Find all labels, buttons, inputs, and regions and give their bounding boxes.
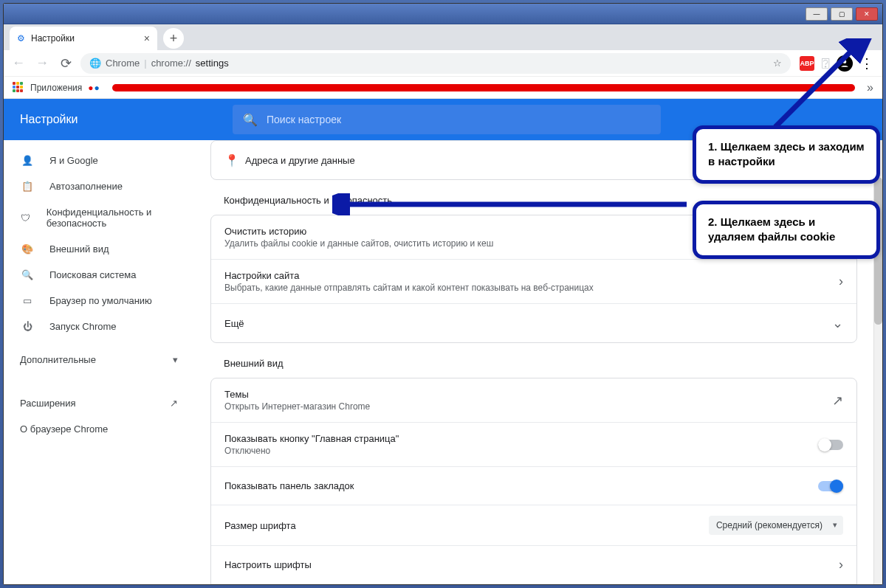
- row-subtitle: Отключено: [224, 446, 818, 456]
- search-icon: 🔍: [20, 269, 35, 280]
- redacted-bookmark-bar: [112, 84, 855, 91]
- svg-point-0: [843, 60, 847, 63]
- sidebar-item-label: Браузер по умолчанию: [49, 295, 152, 306]
- apps-icon[interactable]: [13, 82, 24, 94]
- tab-strip: ⚙ Настройки × +: [4, 24, 882, 50]
- tab-title: Настройки: [31, 33, 75, 44]
- url-scheme: chrome://: [151, 58, 191, 69]
- row-site-settings[interactable]: Настройки сайта Выбрать, какие данные от…: [211, 260, 856, 304]
- sidebar-item-extensions[interactable]: Расширения↗: [4, 390, 194, 416]
- close-button[interactable]: ✕: [856, 7, 878, 21]
- forward-button[interactable]: →: [33, 55, 51, 72]
- sidebar-item-label: Я и Google: [49, 155, 98, 166]
- globe-icon: 🌐: [89, 58, 101, 69]
- row-title: Показывать панель закладок: [224, 480, 818, 491]
- chevron-down-icon: ▾: [173, 354, 178, 365]
- sidebar-item-about[interactable]: О браузере Chrome: [4, 416, 194, 442]
- url-path: settings: [196, 58, 229, 69]
- sidebar-item-label: Внешний вид: [49, 243, 109, 255]
- open-external-icon: ↗: [170, 398, 178, 409]
- sidebar-item-autofill[interactable]: 📋Автозаполнение: [4, 173, 194, 199]
- minimize-button[interactable]: —: [806, 7, 828, 21]
- sidebar-item-label: Конфиденциальность и безопасность: [47, 207, 178, 229]
- bookmark-star-icon[interactable]: ☆: [773, 58, 782, 69]
- row-title: Настроить шрифты: [224, 559, 839, 570]
- sidebar-item-label: Запуск Chrome: [49, 321, 117, 332]
- chevron-right-icon: ›: [839, 274, 843, 289]
- sidebar-item-default-browser[interactable]: ▭Браузер по умолчанию: [4, 288, 194, 314]
- sidebar-item-appearance[interactable]: 🎨Внешний вид: [4, 236, 194, 262]
- browser-icon: ▭: [20, 295, 35, 306]
- row-subtitle: Открыть Интернет-магазин Chrome: [224, 401, 832, 412]
- sidebar-item-label: Поисковая система: [49, 269, 137, 280]
- sidebar-item-search[interactable]: 🔍Поисковая система: [4, 262, 194, 288]
- sidebar-item-advanced[interactable]: Дополнительные▾: [4, 347, 194, 373]
- new-tab-button[interactable]: +: [163, 28, 184, 49]
- settings-sidebar: 👤Я и Google 📋Автозаполнение 🛡Конфиденциа…: [4, 140, 194, 584]
- person-icon: 👤: [20, 155, 35, 166]
- settings-search-input[interactable]: [267, 114, 650, 125]
- row-title: Показывать кнопку "Главная страница": [224, 433, 818, 444]
- chevron-down-icon: ⌄: [832, 315, 843, 331]
- reload-button[interactable]: ⟳: [57, 55, 75, 72]
- sidebar-item-label: Дополнительные: [20, 354, 96, 365]
- shield-icon: 🛡: [20, 212, 32, 224]
- settings-search[interactable]: 🔍: [233, 105, 661, 134]
- tab-close-icon[interactable]: ×: [144, 32, 150, 44]
- callout-text: 2. Щелкаем здесь и удаляем файлы cookie: [708, 215, 835, 243]
- toggle-bookmarks-bar[interactable]: [818, 481, 843, 491]
- sidebar-item-startup[interactable]: ⏻Запуск Chrome: [4, 314, 194, 339]
- row-themes[interactable]: Темы Открыть Интернет-магазин Chrome ↗: [211, 378, 856, 423]
- row-title: Размер шрифта: [224, 520, 709, 531]
- callout-step-2: 2. Щелкаем здесь и удаляем файлы cookie: [693, 201, 880, 259]
- bookmark-dots: ●●: [88, 83, 100, 93]
- url-separator: |: [144, 58, 146, 69]
- toggle-home-button[interactable]: [818, 440, 843, 450]
- gear-icon: ⚙: [17, 33, 25, 44]
- row-show-bookmarks[interactable]: Показывать панель закладок: [211, 467, 856, 505]
- search-icon: 🔍: [243, 113, 258, 127]
- browser-window: — ▢ ✕ ⚙ Настройки × + ← → ⟳ 🌐 Chrome | c…: [3, 3, 883, 585]
- bookmarks-bar: Приложения ●● »: [4, 77, 882, 99]
- apps-label[interactable]: Приложения: [30, 83, 82, 93]
- row-title: Настройки сайта: [224, 270, 839, 281]
- sidebar-item-label: О браузере Chrome: [20, 423, 108, 435]
- extension-icons: ABP ⍰ ⋮: [797, 55, 876, 72]
- power-icon: ⏻: [20, 321, 35, 332]
- help-icon[interactable]: ⍰: [822, 56, 829, 71]
- abp-extension-icon[interactable]: ABP: [800, 56, 814, 71]
- row-font-size[interactable]: Размер шрифта Средний (рекомендуется): [211, 505, 856, 546]
- sidebar-item-label: Автозаполнение: [49, 181, 123, 192]
- browser-menu-button[interactable]: ⋮: [860, 57, 873, 70]
- address-bar[interactable]: 🌐 Chrome | chrome://settings ☆: [80, 53, 791, 74]
- sidebar-item-me-google[interactable]: 👤Я и Google: [4, 148, 194, 173]
- row-home-button[interactable]: Показывать кнопку "Главная страница" Отк…: [211, 423, 856, 467]
- chevron-right-icon: ›: [839, 557, 843, 573]
- clipboard-icon: 📋: [20, 181, 35, 192]
- bookmarks-overflow-button[interactable]: »: [867, 81, 873, 94]
- row-subtitle: Выбрать, какие данные отправлять сайтам …: [224, 283, 839, 293]
- url-chrome-label: Chrome: [106, 58, 140, 69]
- open-external-icon: ↗: [832, 392, 843, 409]
- row-title: Ещё: [224, 318, 832, 329]
- sidebar-item-label: Расширения: [20, 398, 76, 409]
- callout-step-1: 1. Щелкаем здесь и заходим в настройки: [693, 125, 880, 184]
- sidebar-item-privacy[interactable]: 🛡Конфиденциальность и безопасность: [4, 199, 194, 236]
- tab-settings[interactable]: ⚙ Настройки ×: [10, 27, 157, 50]
- browser-toolbar: ← → ⟳ 🌐 Chrome | chrome://settings ☆ ABP…: [4, 50, 882, 77]
- row-title: Темы: [224, 389, 832, 400]
- settings-page-title: Настройки: [4, 113, 233, 126]
- window-titlebar: — ▢ ✕: [4, 4, 882, 24]
- maximize-button[interactable]: ▢: [831, 7, 853, 21]
- palette-icon: 🎨: [20, 243, 35, 255]
- pin-icon: 📍: [224, 153, 245, 167]
- profile-avatar[interactable]: [837, 55, 853, 72]
- section-title-appearance: Внешний вид: [224, 358, 857, 369]
- back-button[interactable]: ←: [10, 55, 27, 72]
- font-size-select[interactable]: Средний (рекомендуется): [709, 516, 843, 535]
- callout-text: 1. Щелкаем здесь и заходим в настройки: [708, 140, 865, 167]
- row-more-privacy[interactable]: Ещё ⌄: [211, 304, 856, 342]
- row-customize-fonts[interactable]: Настроить шрифты ›: [211, 546, 856, 584]
